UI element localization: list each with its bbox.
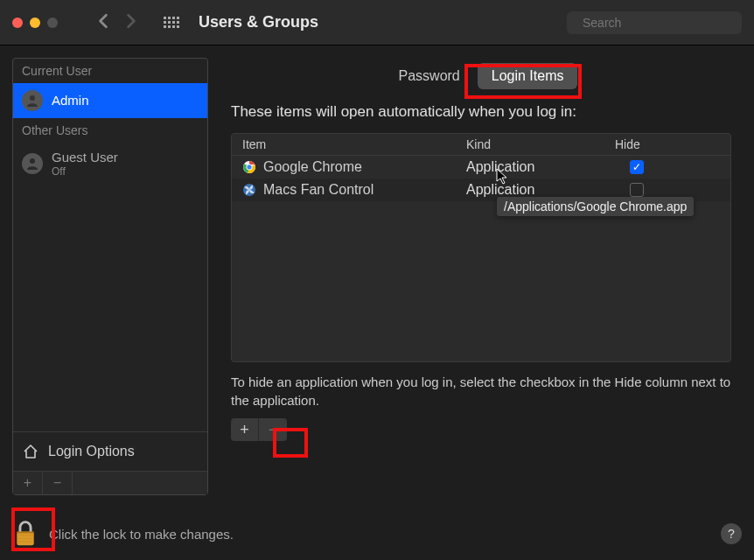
add-user-button[interactable]: + (13, 472, 43, 494)
hide-hint-text: To hide an application when you log in, … (231, 373, 731, 410)
intro-text: These items will open automatically when… (231, 103, 731, 121)
svg-rect-10 (17, 535, 33, 536)
item-name: Google Chrome (263, 159, 362, 175)
user-name: Admin (52, 93, 89, 108)
tab-login-items[interactable]: Login Items (478, 63, 578, 89)
avatar (22, 90, 43, 111)
login-options[interactable]: Login Options (13, 431, 207, 471)
tab-password[interactable]: Password (385, 63, 474, 89)
remove-item-button[interactable]: − (259, 418, 287, 441)
forward-button[interactable] (125, 13, 137, 32)
item-name: Macs Fan Control (263, 182, 374, 198)
minimize-window[interactable] (30, 18, 40, 28)
user-status: Off (52, 165, 118, 178)
chrome-icon (242, 160, 256, 174)
titlebar: Users & Groups (0, 0, 754, 46)
zoom-window (47, 18, 58, 28)
path-tooltip: /Applications/Google Chrome.app (497, 197, 694, 216)
avatar (22, 153, 43, 174)
close-window[interactable] (12, 18, 23, 28)
svg-rect-9 (17, 532, 33, 534)
add-item-button[interactable]: + (231, 418, 259, 441)
show-all-prefs-icon[interactable] (164, 17, 179, 28)
svg-rect-12 (17, 542, 33, 542)
home-icon (22, 443, 39, 460)
help-button[interactable]: ? (721, 523, 742, 544)
current-user-header: Current User (13, 59, 207, 83)
main-panel: Password Login Items These items will op… (220, 58, 742, 495)
users-sidebar: Current User Admin Other Users Guest Use… (12, 58, 208, 495)
remove-user-button[interactable]: − (43, 472, 73, 494)
svg-point-6 (247, 164, 252, 170)
hide-checkbox[interactable] (630, 183, 644, 197)
hide-checkbox[interactable] (630, 160, 644, 174)
search-input[interactable] (583, 16, 736, 30)
sidebar-user-guest[interactable]: Guest User Off (13, 143, 207, 185)
svg-point-3 (30, 158, 35, 164)
table-row[interactable]: Google Chrome Application (232, 156, 730, 178)
svg-point-2 (30, 95, 35, 101)
item-kind: Application (466, 182, 615, 198)
column-hide[interactable]: Hide (615, 137, 659, 151)
login-items-table: Item Kind Hide Google Chrome Application… (231, 133, 731, 362)
item-kind: Application (466, 159, 615, 175)
window-title: Users & Groups (199, 13, 318, 32)
fan-icon (242, 183, 256, 197)
sidebar-user-admin[interactable]: Admin (13, 83, 207, 118)
user-name: Guest User (52, 150, 118, 165)
window-controls (12, 18, 58, 28)
lock-text: Click the lock to make changes. (49, 527, 234, 542)
back-button[interactable] (97, 13, 109, 32)
lock-icon[interactable] (12, 519, 38, 549)
column-kind[interactable]: Kind (466, 137, 615, 151)
svg-rect-11 (17, 538, 33, 539)
column-item[interactable]: Item (242, 137, 466, 151)
search-field[interactable] (567, 11, 742, 34)
login-options-label: Login Options (48, 444, 135, 459)
other-users-header: Other Users (13, 118, 207, 143)
